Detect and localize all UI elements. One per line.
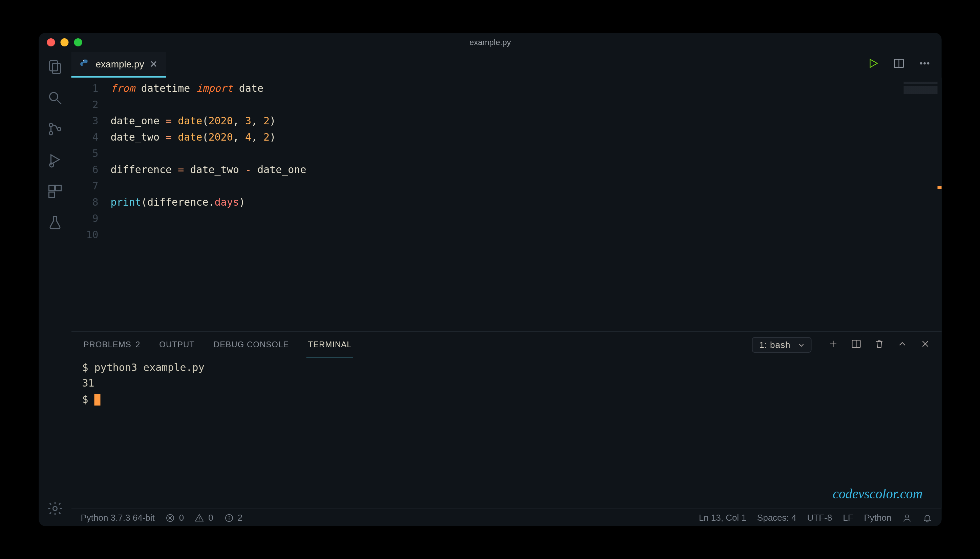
status-bar: Python 3.7.3 64-bit 0 0 2 Ln 13, Col 1 S…	[71, 509, 941, 526]
run-file-icon[interactable]	[867, 57, 879, 72]
svg-rect-1	[52, 63, 60, 73]
status-python-version[interactable]: Python 3.7.3 64-bit	[81, 513, 154, 523]
maximize-panel-icon[interactable]	[897, 338, 907, 351]
minimap-marker	[937, 186, 941, 189]
svg-marker-14	[870, 59, 877, 68]
code-line[interactable]: from datetime import date	[111, 80, 941, 96]
editor-tabs: example.py ✕	[71, 52, 941, 78]
chevron-down-icon	[797, 341, 805, 351]
code-line[interactable]: difference = date_two - date_one	[111, 162, 941, 178]
svg-point-12	[53, 506, 57, 511]
search-icon[interactable]	[45, 88, 64, 108]
split-terminal-icon[interactable]	[851, 338, 861, 351]
status-encoding[interactable]: UTF-8	[807, 513, 832, 523]
terminal-content[interactable]: $ python3 example.py31$ codevscolor.com	[71, 357, 941, 509]
terminal-selector[interactable]: 1: bash	[752, 337, 812, 352]
new-terminal-icon[interactable]	[828, 338, 838, 351]
code-line[interactable]: date_one = date(2020, 3, 2)	[111, 113, 941, 129]
terminal-cursor	[94, 394, 100, 405]
vscode-window: example.py example.py ✕	[39, 33, 941, 526]
code-line[interactable]	[111, 146, 941, 162]
line-number-gutter: 12345678910	[71, 80, 111, 331]
titlebar: example.py	[39, 33, 941, 52]
svg-point-5	[49, 131, 53, 135]
traffic-lights	[39, 38, 82, 46]
settings-gear-icon[interactable]	[45, 499, 64, 518]
svg-rect-11	[49, 192, 54, 197]
terminal-line: $ python3 example.py	[82, 360, 931, 376]
code-line[interactable]	[111, 227, 941, 243]
svg-point-6	[57, 127, 61, 131]
more-actions-icon[interactable]	[918, 57, 931, 72]
svg-rect-0	[49, 61, 58, 71]
tab-label: example.py	[96, 59, 144, 69]
maximize-window-button[interactable]	[74, 38, 82, 46]
bottom-panel: PROBLEMS 2 OUTPUT DEBUG CONSOLE TERMINAL…	[71, 331, 941, 509]
code-line[interactable]	[111, 178, 941, 194]
status-indentation[interactable]: Spaces: 4	[757, 513, 796, 523]
explorer-icon[interactable]	[45, 57, 64, 76]
code-line[interactable]: print(difference.days)	[111, 194, 941, 210]
testing-icon[interactable]	[45, 213, 64, 232]
close-panel-icon[interactable]	[920, 338, 931, 351]
status-errors[interactable]: 0	[165, 513, 183, 523]
svg-point-34	[905, 514, 908, 518]
panel-tab-debug-console[interactable]: DEBUG CONSOLE	[212, 332, 290, 357]
terminal-line: $	[82, 392, 931, 408]
status-eol[interactable]: LF	[843, 513, 853, 523]
split-editor-icon[interactable]	[893, 57, 905, 72]
svg-rect-10	[56, 185, 61, 191]
close-window-button[interactable]	[47, 38, 55, 46]
status-language[interactable]: Python	[864, 513, 891, 523]
status-info[interactable]: 2	[224, 513, 242, 523]
svg-point-33	[229, 516, 229, 516]
problems-count: 2	[135, 340, 140, 349]
svg-point-13	[83, 60, 84, 61]
panel-tab-output[interactable]: OUTPUT	[158, 332, 196, 357]
svg-point-18	[924, 63, 926, 64]
status-feedback-icon[interactable]	[902, 513, 912, 523]
code-line[interactable]	[111, 210, 941, 227]
code-editor[interactable]: 12345678910 from datetime import date da…	[71, 78, 941, 331]
status-cursor-position[interactable]: Ln 13, Col 1	[699, 513, 746, 523]
status-notifications-icon[interactable]	[922, 513, 932, 523]
window-title: example.py	[469, 38, 511, 47]
code-line[interactable]	[111, 96, 941, 113]
run-debug-icon[interactable]	[45, 151, 64, 170]
svg-point-17	[920, 63, 922, 64]
code-line[interactable]: date_two = date(2020, 4, 2)	[111, 129, 941, 146]
svg-point-4	[49, 123, 53, 127]
panel-tab-terminal[interactable]: TERMINAL	[307, 332, 353, 357]
minimize-window-button[interactable]	[60, 38, 68, 46]
panel-tab-problems[interactable]: PROBLEMS 2	[82, 332, 142, 357]
terminal-line: 31	[82, 376, 931, 392]
code-content[interactable]: from datetime import date date_one = dat…	[111, 80, 941, 331]
svg-point-30	[199, 519, 200, 520]
extensions-icon[interactable]	[45, 182, 64, 201]
svg-point-2	[49, 93, 58, 101]
activity-bar	[39, 52, 71, 526]
source-control-icon[interactable]	[45, 119, 64, 139]
tab-example-py[interactable]: example.py ✕	[71, 52, 166, 78]
svg-line-3	[57, 100, 61, 104]
tab-close-icon[interactable]: ✕	[149, 59, 157, 69]
kill-terminal-icon[interactable]	[874, 338, 884, 351]
python-file-icon	[79, 59, 90, 69]
svg-rect-9	[49, 185, 54, 191]
status-warnings[interactable]: 0	[195, 513, 213, 523]
svg-point-19	[927, 63, 929, 64]
watermark: codevscolor.com	[833, 483, 922, 504]
minimap[interactable]	[904, 82, 937, 98]
